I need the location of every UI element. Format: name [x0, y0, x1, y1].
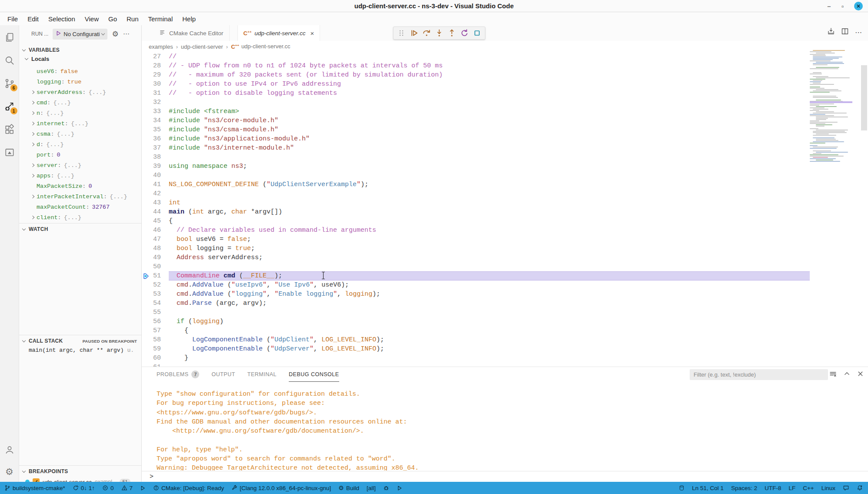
- status-c++[interactable]: C++: [803, 485, 814, 491]
- tab-cmake-cache-editor[interactable]: CMake Cache Editor: [154, 25, 230, 41]
- debug-console-input[interactable]: >: [142, 471, 868, 482]
- run-debug-icon[interactable]: 1: [3, 100, 16, 113]
- stop-icon[interactable]: [471, 27, 483, 39]
- account-icon[interactable]: [3, 444, 16, 456]
- code-line[interactable]: 29// - maximum of 320 packets sent (or l…: [142, 70, 810, 80]
- status-bug[interactable]: [383, 485, 389, 491]
- code-line[interactable]: 36#include "ns3/applications-module.h": [142, 134, 810, 144]
- status-0[interactable]: 0: [102, 485, 114, 491]
- variable-row[interactable]: useV6:false: [19, 66, 141, 77]
- code-line[interactable]: 60 }: [142, 354, 810, 363]
- status-0-1[interactable]: 0↓ 1↑: [73, 485, 95, 491]
- variable-row[interactable]: client:{...}: [19, 212, 141, 223]
- panel-tab-output[interactable]: OUTPUT: [211, 367, 235, 382]
- more-actions-icon[interactable]: ⋯: [123, 30, 130, 38]
- code-line[interactable]: 43int: [142, 198, 810, 207]
- variable-row[interactable]: d:{...}: [19, 139, 141, 150]
- code-line[interactable]: 50: [142, 262, 810, 271]
- variable-row[interactable]: port:0: [19, 150, 141, 160]
- status-cmake-debug-ready[interactable]: CMake: [Debug]: Ready: [153, 485, 224, 491]
- breakpoints-section-header[interactable]: BREAKPOINTS: [19, 467, 141, 476]
- status-db[interactable]: [679, 485, 684, 491]
- code-line[interactable]: 33#include <fstream>: [142, 107, 810, 116]
- breadcrumb-item[interactable]: C++udp-client-server.cc: [231, 43, 290, 50]
- restart-icon[interactable]: [459, 27, 470, 39]
- code-line[interactable]: 30// - option to use IPv4 or IPv6 addres…: [142, 80, 810, 89]
- code-line[interactable]: 40: [142, 171, 810, 180]
- variable-row[interactable]: n:{...}: [19, 108, 141, 118]
- code-line[interactable]: 61: [142, 363, 810, 367]
- explorer-icon[interactable]: [3, 31, 16, 43]
- menu-item-selection[interactable]: Selection: [43, 15, 80, 23]
- menu-item-terminal[interactable]: Terminal: [144, 15, 178, 23]
- breakpoint-row[interactable]: ✓ udp-client-server.cc exampl... 51: [25, 477, 140, 482]
- status-lf[interactable]: LF: [788, 485, 795, 491]
- status-feedback[interactable]: [843, 485, 849, 491]
- code-line[interactable]: 59 LogComponentEnable ("UdpServer", LOG_…: [142, 344, 810, 354]
- minimize-icon[interactable]: −: [827, 3, 831, 10]
- clear-console-icon[interactable]: [829, 370, 837, 380]
- drag-handle-icon[interactable]: [396, 27, 407, 39]
- minimap[interactable]: [810, 50, 852, 166]
- code-line[interactable]: 55: [142, 308, 810, 317]
- panel-tab-problems[interactable]: PROBLEMS7: [157, 367, 199, 382]
- code-line[interactable]: 54 cmd.Parse (argc, argv);: [142, 299, 810, 308]
- status-play[interactable]: [397, 485, 402, 491]
- search-icon[interactable]: [3, 54, 16, 67]
- code-line[interactable]: 35#include "ns3/csma-module.h": [142, 125, 810, 134]
- code-line[interactable]: 28// - UDP flow from n0 to n1 of 1024 by…: [142, 61, 810, 70]
- code-line[interactable]: 39using namespace ns3;: [142, 162, 810, 171]
- debug-current-line-icon[interactable]: [142, 273, 150, 280]
- status-bell[interactable]: [857, 485, 863, 491]
- code-line[interactable]: 52 cmd.AddValue ("useIpv6", "Use Ipv6", …: [142, 280, 810, 290]
- status-build[interactable]: ⚙Build: [338, 485, 359, 491]
- tab-udp-client-server-cc[interactable]: C++udp-client-server.cc×: [237, 25, 320, 41]
- console-filter-input[interactable]: Filter (e.g. text, !exclude): [690, 369, 828, 380]
- breadcrumb-item[interactable]: udp-client-server: [181, 43, 223, 50]
- continue-icon[interactable]: [408, 27, 420, 39]
- run-below-icon[interactable]: [827, 27, 835, 37]
- callstack-frame[interactable]: main(int argc, char ** argv) u.: [29, 347, 139, 354]
- locals-scope[interactable]: Locals: [25, 56, 49, 62]
- step-over-icon[interactable]: [421, 27, 432, 39]
- watch-section-header[interactable]: WATCH: [19, 224, 141, 234]
- code-line[interactable]: 49 Address serverAddress;: [142, 253, 810, 262]
- code-line[interactable]: 27//: [142, 52, 810, 61]
- status-clang-12-0-0-x86-64-pc-linux-gnu[interactable]: [Clang 12.0.0 x86_64-pc-linux-gnu]: [231, 485, 331, 491]
- code-line[interactable]: 56 if (logging): [142, 317, 810, 326]
- code-line[interactable]: 47 bool useV6 = false;: [142, 235, 810, 244]
- menu-item-run[interactable]: Run: [122, 15, 144, 23]
- status-all[interactable]: [all]: [367, 485, 376, 491]
- variable-row[interactable]: maxPacketCount:32767: [19, 202, 141, 212]
- close-panel-icon[interactable]: [857, 370, 864, 380]
- debug-config-dropdown[interactable]: No Configurati: [53, 29, 107, 40]
- source-control-icon[interactable]: 6: [3, 77, 16, 90]
- breakpoint-checkbox[interactable]: ✓: [33, 478, 40, 482]
- step-out-icon[interactable]: [446, 27, 457, 39]
- status-utf-8[interactable]: UTF-8: [765, 485, 781, 491]
- panel-tab-terminal[interactable]: TERMINAL: [247, 367, 277, 382]
- variable-row[interactable]: apps:{...}: [19, 170, 141, 181]
- status-linux[interactable]: Linux: [821, 485, 835, 491]
- variable-row[interactable]: MaxPacketSize:0: [19, 181, 141, 191]
- variable-row[interactable]: serverAddress:{...}: [19, 87, 141, 97]
- code-line[interactable]: 57 {: [142, 326, 810, 335]
- code-line[interactable]: 44main (int argc, char *argv[]): [142, 207, 810, 217]
- menu-item-help[interactable]: Help: [177, 15, 200, 23]
- code-line[interactable]: 46 // Declare variables used in command-…: [142, 226, 810, 235]
- menu-item-view[interactable]: View: [80, 15, 103, 23]
- status-buildsystem-cmake[interactable]: buildsystem-cmake*: [4, 485, 65, 491]
- code-line[interactable]: 42: [142, 189, 810, 198]
- menu-item-go[interactable]: Go: [103, 15, 122, 23]
- manage-gear-icon[interactable]: ⚙: [3, 465, 16, 477]
- code-line[interactable]: 37#include "ns3/internet-module.h": [142, 144, 810, 153]
- split-editor-icon[interactable]: [841, 27, 849, 37]
- editor-scrollbar[interactable]: [861, 65, 867, 130]
- close-icon[interactable]: ×: [854, 2, 863, 10]
- code-line[interactable]: 31// - option to disable logging stateme…: [142, 89, 810, 98]
- more-actions-icon[interactable]: ⋯: [855, 28, 862, 37]
- variable-row[interactable]: cmd:{...}: [19, 97, 141, 108]
- panel-tab-debug-console[interactable]: DEBUG CONSOLE: [289, 367, 339, 382]
- menu-item-edit[interactable]: Edit: [23, 15, 43, 23]
- code-line[interactable]: 53 cmd.AddValue ("logging", "Enable logg…: [142, 290, 810, 299]
